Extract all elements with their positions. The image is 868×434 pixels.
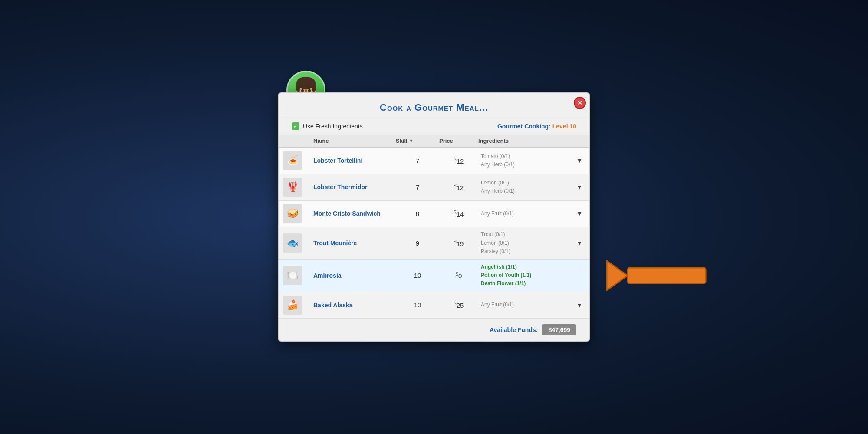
- meal-skill: 8: [396, 210, 439, 217]
- ingredients-col: Trout (0/1)Lemon (0/1)Parsley (0/1) ▼: [478, 230, 585, 256]
- toolbar: ✓ Use Fresh Ingredients Gourmet Cooking:…: [279, 118, 589, 135]
- svg-rect-3: [312, 83, 316, 92]
- meal-row-lobster-tortellini[interactable]: 🍝 Lobster Tortellini 7 $12 Tomato (0/1)A…: [279, 148, 589, 174]
- meal-skill: 7: [396, 184, 439, 191]
- th-name: Name: [309, 138, 396, 144]
- cook-meal-dialog: ✕ Cook a Gourmet Meal... ✓ Use Fresh Ing…: [278, 92, 590, 341]
- ingredient: Any Fruit (0/1): [481, 210, 514, 218]
- skill-level-value: Level 10: [552, 123, 576, 130]
- skill-level-display: Gourmet Cooking: Level 10: [497, 123, 576, 130]
- ingredients-col: Lemon (0/1)Any Herb (0/1) ▼: [478, 179, 585, 195]
- th-icon: [283, 138, 309, 144]
- ingredient: Lemon (0/1): [481, 179, 515, 187]
- food-image: 🦞: [283, 178, 302, 197]
- ingredient-list: Any Fruit (0/1): [481, 210, 514, 218]
- meal-price: $19: [439, 239, 478, 247]
- ingredient: Any Herb (0/1): [481, 161, 515, 169]
- expand-icon[interactable]: ▼: [576, 157, 582, 164]
- price-sign: $: [454, 210, 457, 215]
- meal-name: Trout Meunière: [309, 240, 396, 247]
- ingredient: Trout (0/1): [481, 230, 510, 239]
- ingredient: Any Herb (0/1): [481, 187, 515, 195]
- expand-icon[interactable]: ▼: [576, 210, 582, 217]
- meal-skill: 10: [396, 272, 439, 279]
- meal-price: $12: [439, 183, 478, 191]
- ingredient: Angelfish (1/1): [481, 263, 531, 271]
- ingredient-list: Trout (0/1)Lemon (0/1)Parsley (0/1): [481, 230, 510, 256]
- food-image: 🐟: [283, 233, 302, 253]
- fresh-ingredients-checkbox[interactable]: ✓: [292, 122, 299, 130]
- meal-row-lobster-thermidor[interactable]: 🦞 Lobster Thermidor 7 $12 Lemon (0/1)Any…: [279, 174, 589, 201]
- meal-price: $25: [439, 301, 478, 309]
- meal-price: $14: [439, 210, 478, 218]
- dialog-footer: Available Funds: $47,699: [279, 319, 589, 341]
- meal-skill: 7: [396, 157, 439, 164]
- meal-row-baked-alaska[interactable]: 🍰 Baked Alaska 10 $25 Any Fruit (0/1) ▼: [279, 292, 589, 319]
- svg-point-5: [308, 89, 311, 92]
- ingredient-list: Any Fruit (0/1): [481, 301, 514, 309]
- ingredient: Any Fruit (0/1): [481, 301, 514, 309]
- meal-row-trout-meuniere[interactable]: 🐟 Trout Meunière 9 $19 Trout (0/1)Lemon …: [279, 227, 589, 260]
- ingredients-col: Tomato (0/1)Any Herb (0/1) ▼: [478, 152, 585, 169]
- food-image: 🍽️: [283, 266, 302, 285]
- meal-skill: 9: [396, 240, 439, 247]
- ingredient: Potion of Youth (1/1): [481, 271, 531, 279]
- meal-list: 🍝 Lobster Tortellini 7 $12 Tomato (0/1)A…: [279, 148, 589, 318]
- food-image: 🍰: [283, 296, 302, 315]
- expand-icon[interactable]: ▼: [576, 184, 582, 191]
- fresh-ingredients-label: Use Fresh Ingredients: [303, 123, 363, 130]
- food-image: 🥪: [283, 204, 302, 223]
- dialog-wrapper: ✕ Cook a Gourmet Meal... ✓ Use Fresh Ing…: [278, 92, 590, 341]
- food-image: 🍝: [283, 151, 302, 170]
- th-price: Price: [439, 138, 478, 144]
- price-sign: $: [454, 157, 457, 162]
- sort-icon: ▼: [409, 138, 414, 143]
- meal-price: $0: [439, 271, 478, 279]
- meal-row-ambrosia[interactable]: 🍽️ Ambrosia 10 $0 Angelfish (1/1)Potion …: [279, 260, 589, 292]
- ingredients-col: Any Fruit (0/1) ▼: [478, 301, 585, 309]
- price-sign: $: [454, 301, 457, 306]
- th-ingredients: Ingredients: [478, 138, 585, 144]
- svg-point-4: [301, 89, 304, 92]
- expand-icon[interactable]: ▼: [576, 240, 582, 247]
- meal-name: Monte Cristo Sandwich: [309, 210, 396, 217]
- ingredient: Death Flower (1/1): [481, 279, 531, 288]
- dialog-title: Cook a Gourmet Meal...: [296, 102, 572, 113]
- meal-name: Lobster Tortellini: [309, 157, 396, 164]
- available-funds-label: Available Funds:: [490, 326, 538, 333]
- ingredient: Parsley (0/1): [481, 247, 510, 256]
- price-sign: $: [454, 239, 457, 244]
- ingredient-list: Tomato (0/1)Any Herb (0/1): [481, 152, 515, 169]
- svg-rect-2: [296, 83, 300, 92]
- meal-row-monte-cristo[interactable]: 🥪 Monte Cristo Sandwich 8 $14 Any Fruit …: [279, 201, 589, 227]
- ingredient-list: Angelfish (1/1)Potion of Youth (1/1)Deat…: [481, 263, 531, 288]
- meal-name: Ambrosia: [309, 272, 396, 279]
- meal-skill: 10: [396, 301, 439, 309]
- fresh-ingredients-option[interactable]: ✓ Use Fresh Ingredients: [292, 122, 363, 130]
- meal-name: Baked Alaska: [309, 302, 396, 309]
- ingredient: Tomato (0/1): [481, 152, 515, 161]
- table-header: Name Skill ▼ Price Ingredients: [279, 135, 589, 148]
- price-sign: $: [456, 271, 458, 276]
- meal-price: $12: [439, 157, 478, 165]
- price-sign: $: [454, 183, 457, 188]
- meal-name: Lobster Thermidor: [309, 184, 396, 191]
- th-skill[interactable]: Skill ▼: [396, 138, 439, 144]
- funds-amount: $47,699: [542, 324, 576, 335]
- ingredients-col: Angelfish (1/1)Potion of Youth (1/1)Deat…: [478, 263, 585, 288]
- dialog-header: Cook a Gourmet Meal...: [279, 93, 589, 118]
- ingredients-col: Any Fruit (0/1) ▼: [478, 210, 585, 218]
- expand-icon[interactable]: ▼: [576, 302, 582, 309]
- ingredient: Lemon (0/1): [481, 239, 510, 247]
- ingredient-list: Lemon (0/1)Any Herb (0/1): [481, 179, 515, 195]
